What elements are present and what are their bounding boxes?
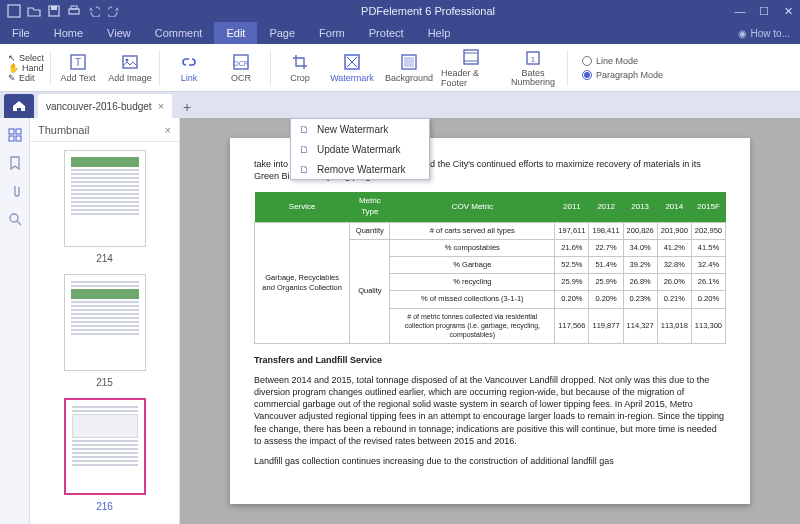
search-icon[interactable] [8, 212, 22, 226]
svg-rect-22 [16, 136, 21, 141]
new-watermark-item[interactable]: 🗋New Watermark [291, 119, 429, 139]
home-icon [12, 100, 26, 112]
line-mode-radio[interactable]: Line Mode [582, 56, 663, 66]
svg-rect-19 [9, 129, 14, 134]
watermark-button[interactable]: Watermark [327, 46, 377, 90]
td: 32.4% [691, 257, 725, 274]
menu-form[interactable]: Form [307, 22, 357, 44]
maximize-button[interactable]: ☐ [752, 0, 776, 22]
link-icon [180, 53, 198, 71]
edit-label: Edit [19, 73, 35, 83]
menu-file[interactable]: File [0, 22, 42, 44]
howto-link[interactable]: ◉ How to... [728, 28, 800, 39]
remove-watermark-label: Remove Watermark [317, 164, 406, 175]
crop-button[interactable]: Crop [275, 46, 325, 90]
svg-line-24 [17, 221, 21, 225]
background-label: Background [385, 73, 433, 83]
print-icon[interactable] [66, 3, 82, 19]
edit-mode[interactable]: ✎Edit [8, 73, 44, 83]
add-image-button[interactable]: Add Image [105, 46, 155, 90]
svg-text:T: T [75, 57, 81, 68]
menu-protect[interactable]: Protect [357, 22, 416, 44]
crop-icon [291, 53, 309, 71]
page-number-label: 215 [96, 377, 113, 388]
th: Service [255, 192, 350, 222]
svg-rect-13 [404, 57, 414, 67]
update-watermark-label: Update Watermark [317, 144, 401, 155]
bates-icon: 1 [524, 49, 542, 67]
td: 32.8% [657, 257, 691, 274]
td: 34.0% [623, 240, 657, 257]
td: 198,411 [589, 222, 623, 239]
td: 0.21% [657, 291, 691, 308]
link-button[interactable]: Link [164, 46, 214, 90]
home-tab[interactable] [4, 94, 34, 118]
td: % recycling [390, 274, 555, 291]
ocr-button[interactable]: OCR OCR [216, 46, 266, 90]
menu-home[interactable]: Home [42, 22, 95, 44]
open-icon[interactable] [26, 3, 42, 19]
data-table: Service Metric Type COV Metric 2011 2012… [254, 192, 726, 344]
background-button[interactable]: Background [379, 46, 439, 90]
hand-label: Hand [22, 63, 44, 73]
app-icon [6, 3, 22, 19]
thumbnail-page[interactable] [64, 150, 146, 247]
section-title: Transfers and Landfill Service [254, 355, 382, 365]
td: 202,950 [691, 222, 725, 239]
line-mode-label: Line Mode [596, 56, 638, 66]
menu-view[interactable]: View [95, 22, 143, 44]
hand-mode[interactable]: ✋Hand [8, 63, 44, 73]
document-tab[interactable]: vancouver-2016-budget × [38, 94, 172, 118]
document-area[interactable]: take into consideration population growt… [180, 118, 800, 524]
update-watermark-item[interactable]: 🗋Update Watermark [291, 139, 429, 159]
td: 200,826 [623, 222, 657, 239]
save-icon[interactable] [46, 3, 62, 19]
menu-edit[interactable]: Edit [214, 22, 257, 44]
add-image-label: Add Image [108, 73, 152, 83]
close-button[interactable]: ✕ [776, 0, 800, 22]
menu-comment[interactable]: Comment [143, 22, 215, 44]
thumbnail-page-selected[interactable] [64, 398, 146, 495]
td: 0.20% [691, 291, 725, 308]
paragraph-mode-radio[interactable]: Paragraph Mode [582, 70, 663, 80]
thumbnail-list[interactable]: 214 215 216 [30, 142, 179, 524]
image-icon [121, 53, 139, 71]
th: Metric Type [350, 192, 390, 222]
td: 52.5% [555, 257, 589, 274]
th: 2013 [623, 192, 657, 222]
bookmark-icon[interactable] [8, 156, 22, 170]
svg-rect-0 [8, 5, 20, 17]
menu-page[interactable]: Page [257, 22, 307, 44]
close-panel-icon[interactable]: × [165, 124, 171, 136]
remove-watermark-item[interactable]: 🗋Remove Watermark [291, 159, 429, 179]
menu-help[interactable]: Help [416, 22, 463, 44]
svg-text:OCR: OCR [233, 60, 249, 67]
minimize-button[interactable]: — [728, 0, 752, 22]
svg-rect-3 [69, 9, 79, 14]
thumbnails-icon[interactable] [8, 128, 22, 142]
undo-icon[interactable] [86, 3, 102, 19]
attachment-icon[interactable] [8, 184, 22, 198]
document-tab-label: vancouver-2016-budget [46, 101, 152, 112]
redo-icon[interactable] [106, 3, 122, 19]
new-tab-button[interactable]: + [176, 96, 198, 118]
bates-button[interactable]: 1 Bates Numbering [503, 46, 563, 90]
add-text-button[interactable]: T Add Text [53, 46, 103, 90]
service-cell: Garbage, Recyclables and Organics Collec… [255, 222, 350, 343]
td: 0.23% [623, 291, 657, 308]
header-footer-button[interactable]: Header & Footer [441, 46, 501, 90]
location-icon: ◉ [738, 28, 747, 39]
doc-remove-icon: 🗋 [297, 162, 311, 176]
close-tab-icon[interactable]: × [158, 100, 164, 112]
th: 2015F [691, 192, 725, 222]
bates-label: Bates Numbering [503, 69, 563, 87]
thumbnail-page[interactable] [64, 274, 146, 371]
td: 21.6% [555, 240, 589, 257]
howto-label: How to... [751, 28, 790, 39]
td: % of missed collections (3-1-1) [390, 291, 555, 308]
add-text-label: Add Text [61, 73, 96, 83]
select-mode[interactable]: ↖Select [8, 53, 44, 63]
svg-rect-2 [51, 6, 57, 10]
thumbnail-panel-title: Thumbnail [38, 124, 89, 136]
td: 197,611 [555, 222, 589, 239]
